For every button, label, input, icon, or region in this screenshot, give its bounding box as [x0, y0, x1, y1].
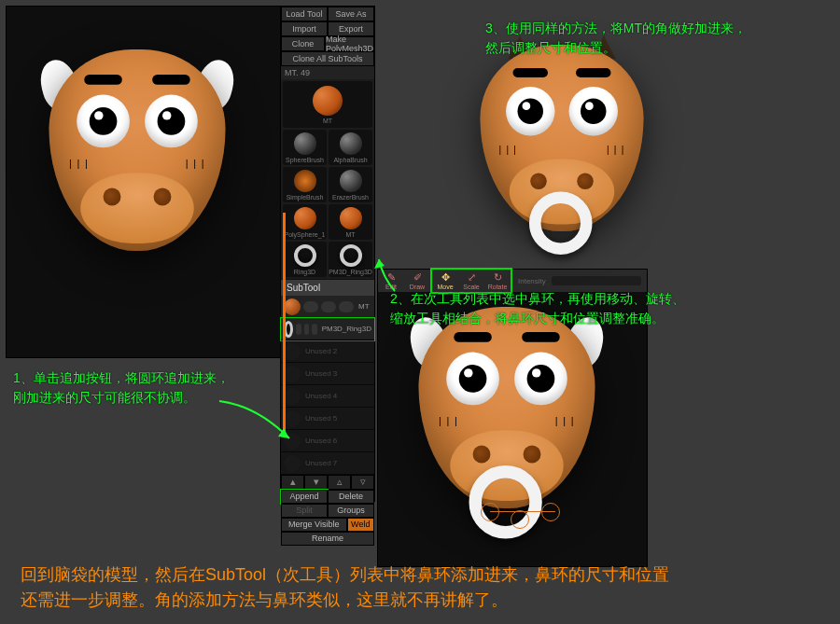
transpose-gizmo[interactable]	[511, 510, 529, 529]
split-hidden-button[interactable]: Split Hidden	[281, 504, 328, 518]
transpose-line[interactable]	[490, 511, 555, 512]
save-as-button[interactable]: Save As	[328, 7, 374, 21]
tool-swatch-ring3d[interactable]: Ring3D	[283, 242, 327, 277]
transpose-gizmo[interactable]	[541, 503, 560, 521]
groups-split-button[interactable]: Groups Split	[328, 504, 374, 518]
tool-swatch-spherebrush[interactable]: SphereBrush	[283, 130, 327, 165]
subtool-item-ghost: Unused 7	[281, 452, 374, 475]
eyelash-left: | | |	[69, 158, 89, 169]
nose-ring-icon	[469, 465, 542, 538]
bottom-caption: 回到脑袋的模型，然后在SubTool（次工具）列表中将鼻环添加进来，鼻环的尺寸和…	[21, 562, 819, 613]
annotation-3: 3、使用同样的方法，将MT的角做好加进来，然后调整尺寸和位置。	[485, 19, 747, 58]
merge-visible-button[interactable]: Merge Visible	[281, 518, 347, 532]
make-polymesh3d-button[interactable]: Make PolyMesh3D	[325, 36, 374, 51]
subtool-header[interactable]: SubTool	[281, 279, 374, 296]
annotation-1: 1、单击追加按钮，将圆环追加进来，刚加进来的尺寸可能很不协调。	[13, 368, 230, 408]
eyelash-left: | | |	[499, 146, 518, 156]
tool-swatch-grid: MT SphereBrush AlphaBrush SimpleBrush Er…	[281, 79, 374, 279]
tool-swatch-alphabrush[interactable]: AlphaBrush	[329, 130, 372, 165]
subtool-move-up[interactable]: ▵	[328, 475, 351, 490]
clone-all-subtools-button[interactable]: Clone All SubTools	[281, 51, 374, 66]
tool-swatch-pm3d-ring3d[interactable]: PM3D_Ring3D	[329, 242, 372, 277]
viewport-main[interactable]: | | | | | |	[6, 6, 281, 358]
annotation-2: 2、在次工具列表中选中鼻环，再使用移动、旋转、缩放工具相结合，将鼻环尺寸和位置调…	[390, 289, 685, 328]
subtool-item-mt[interactable]: MT	[281, 296, 374, 318]
rename-button[interactable]: Rename	[281, 532, 374, 546]
subtool-move-down[interactable]: ▿	[351, 475, 374, 490]
intensity-label: Intensity	[518, 277, 546, 285]
load-tool-button[interactable]: Load Tool	[281, 7, 328, 21]
subtool-item-ring3d[interactable]: PM3D_Ring3D	[281, 318, 374, 340]
tool-swatch-mt2[interactable]: MT	[329, 204, 372, 240]
subtool-arrows[interactable]: ▴ ▾ ▵ ▿	[281, 475, 374, 490]
active-tool-label: MT. 49	[281, 66, 374, 79]
subtool-move-all-up[interactable]: ▴	[281, 475, 304, 490]
eyelash-right: | | |	[555, 415, 575, 426]
intensity-slider[interactable]	[552, 276, 641, 285]
delete-button[interactable]: Delete	[328, 490, 374, 504]
tool-swatch-erazerbrush[interactable]: ErazerBrush	[329, 167, 372, 202]
subtool-item-ghost: Unused 3	[281, 363, 374, 385]
tool-swatch-simplebrush[interactable]: SimpleBrush	[283, 167, 327, 202]
eyelash-left: | | |	[439, 415, 458, 426]
tool-swatch-polysphere1[interactable]: PolySphere_1	[283, 204, 327, 240]
append-button[interactable]: Append	[281, 490, 328, 504]
eyelash-right: | | |	[607, 146, 625, 156]
import-button[interactable]: Import	[281, 21, 328, 36]
clone-button[interactable]: Clone	[281, 36, 325, 51]
subtool-item-ghost: Unused 2	[281, 340, 374, 363]
arrow-2-icon	[371, 254, 399, 296]
weld-button[interactable]: Weld	[347, 518, 374, 532]
subtool-move-all-down[interactable]: ▾	[304, 475, 328, 490]
viewport-step3: | | | | | |	[478, 47, 653, 266]
arrow-1-icon	[215, 396, 308, 452]
nose-ring-icon	[529, 192, 593, 256]
transpose-gizmo[interactable]	[481, 503, 499, 521]
eyelash-right: | | |	[186, 158, 205, 169]
tool-swatch-mt[interactable]: MT	[283, 81, 372, 128]
